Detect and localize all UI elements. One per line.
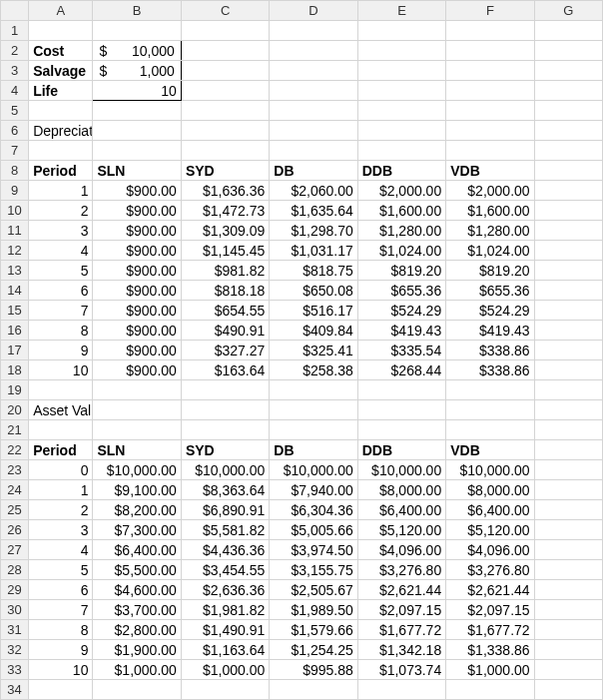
asset-sln[interactable]: $7,300.00	[93, 520, 181, 540]
asset-syd[interactable]: $4,436.36	[181, 540, 269, 560]
empty-cell[interactable]	[534, 540, 602, 560]
empty-cell[interactable]	[534, 420, 602, 440]
empty-cell[interactable]	[534, 221, 602, 241]
asset-title[interactable]: Asset Value	[29, 400, 93, 420]
asset-period[interactable]: 9	[29, 640, 93, 660]
row-header-3[interactable]: 3	[1, 61, 29, 81]
empty-cell[interactable]	[357, 420, 445, 440]
dep-db[interactable]: $258.38	[270, 360, 357, 380]
empty-cell[interactable]	[534, 500, 602, 520]
row-header-12[interactable]: 12	[1, 241, 29, 261]
empty-cell[interactable]	[181, 61, 269, 81]
empty-cell[interactable]	[534, 301, 602, 321]
hdr-syd[interactable]: SYD	[181, 161, 269, 181]
hdr-sln[interactable]: SLN	[93, 440, 181, 460]
empty-cell[interactable]	[181, 81, 269, 101]
hdr-ddb[interactable]: DDB	[357, 161, 445, 181]
dep-period[interactable]: 3	[29, 221, 93, 241]
row-header-1[interactable]: 1	[1, 21, 29, 41]
empty-cell[interactable]	[270, 400, 357, 420]
col-header-G[interactable]: G	[534, 1, 602, 21]
empty-cell[interactable]	[181, 101, 269, 121]
empty-cell[interactable]	[357, 41, 445, 61]
dep-period[interactable]: 6	[29, 281, 93, 301]
asset-db[interactable]: $3,155.75	[270, 560, 357, 580]
dep-db[interactable]: $2,060.00	[270, 181, 357, 201]
cost-label[interactable]: Cost	[29, 41, 93, 61]
empty-cell[interactable]	[29, 380, 93, 400]
col-header-F[interactable]: F	[446, 1, 534, 21]
empty-cell[interactable]	[29, 101, 93, 121]
dep-sln[interactable]: $900.00	[93, 221, 181, 241]
dep-vdb[interactable]: $1,280.00	[446, 221, 534, 241]
asset-syd[interactable]: $1,163.64	[181, 640, 269, 660]
empty-cell[interactable]	[534, 161, 602, 181]
row-header-2[interactable]: 2	[1, 41, 29, 61]
hdr-sln[interactable]: SLN	[93, 161, 181, 181]
empty-cell[interactable]	[357, 61, 445, 81]
col-header-C[interactable]: C	[181, 1, 269, 21]
empty-cell[interactable]	[446, 101, 534, 121]
empty-cell[interactable]	[357, 81, 445, 101]
empty-cell[interactable]	[181, 121, 269, 141]
asset-sln[interactable]: $1,000.00	[93, 660, 181, 680]
empty-cell[interactable]	[446, 41, 534, 61]
empty-cell[interactable]	[534, 520, 602, 540]
asset-sln[interactable]: $5,500.00	[93, 560, 181, 580]
dep-ddb[interactable]: $1,280.00	[357, 221, 445, 241]
dep-period[interactable]: 5	[29, 261, 93, 281]
asset-syd[interactable]: $1,490.91	[181, 620, 269, 640]
dep-ddb[interactable]: $1,600.00	[357, 201, 445, 221]
empty-cell[interactable]	[534, 440, 602, 460]
empty-cell[interactable]	[534, 101, 602, 121]
empty-cell[interactable]	[93, 21, 181, 41]
dep-sln[interactable]: $900.00	[93, 261, 181, 281]
row-header-21[interactable]: 21	[1, 420, 29, 440]
empty-cell[interactable]	[534, 61, 602, 81]
col-header-A[interactable]: A	[29, 1, 93, 21]
dep-vdb[interactable]: $1,024.00	[446, 241, 534, 261]
asset-sln[interactable]: $2,800.00	[93, 620, 181, 640]
hdr-vdb[interactable]: VDB	[446, 161, 534, 181]
dep-sln[interactable]: $900.00	[93, 281, 181, 301]
empty-cell[interactable]	[534, 380, 602, 400]
dep-ddb[interactable]: $819.20	[357, 261, 445, 281]
row-header-34[interactable]: 34	[1, 680, 29, 700]
salvage-value[interactable]: $1,000	[93, 61, 181, 81]
asset-syd[interactable]: $1,000.00	[181, 660, 269, 680]
asset-ddb[interactable]: $10,000.00	[357, 460, 445, 480]
dep-vdb[interactable]: $338.86	[446, 341, 534, 360]
row-header-14[interactable]: 14	[1, 281, 29, 301]
row-header-19[interactable]: 19	[1, 380, 29, 400]
empty-cell[interactable]	[270, 21, 357, 41]
asset-syd[interactable]: $1,981.82	[181, 600, 269, 620]
row-header-9[interactable]: 9	[1, 181, 29, 201]
asset-ddb[interactable]: $4,096.00	[357, 540, 445, 560]
dep-db[interactable]: $516.17	[270, 301, 357, 321]
cost-value[interactable]: $10,000	[93, 41, 181, 61]
asset-sln[interactable]: $9,100.00	[93, 480, 181, 500]
empty-cell[interactable]	[534, 81, 602, 101]
asset-syd[interactable]: $10,000.00	[181, 460, 269, 480]
empty-cell[interactable]	[534, 640, 602, 660]
asset-sln[interactable]: $1,900.00	[93, 640, 181, 660]
row-header-26[interactable]: 26	[1, 520, 29, 540]
asset-vdb[interactable]: $2,621.44	[446, 580, 534, 600]
asset-sln[interactable]: $8,200.00	[93, 500, 181, 520]
asset-vdb[interactable]: $4,096.00	[446, 540, 534, 560]
row-header-29[interactable]: 29	[1, 580, 29, 600]
empty-cell[interactable]	[534, 281, 602, 301]
hdr-db[interactable]: DB	[270, 440, 357, 460]
dep-syd[interactable]: $163.64	[181, 360, 269, 380]
dep-syd[interactable]: $1,472.73	[181, 201, 269, 221]
empty-cell[interactable]	[270, 380, 357, 400]
dep-db[interactable]: $409.84	[270, 321, 357, 341]
dep-ddb[interactable]: $1,024.00	[357, 241, 445, 261]
dep-syd[interactable]: $327.27	[181, 341, 269, 360]
dep-period[interactable]: 9	[29, 341, 93, 360]
asset-period[interactable]: 1	[29, 480, 93, 500]
empty-cell[interactable]	[534, 201, 602, 221]
hdr-vdb[interactable]: VDB	[446, 440, 534, 460]
asset-db[interactable]: $6,304.36	[270, 500, 357, 520]
empty-cell[interactable]	[270, 141, 357, 161]
